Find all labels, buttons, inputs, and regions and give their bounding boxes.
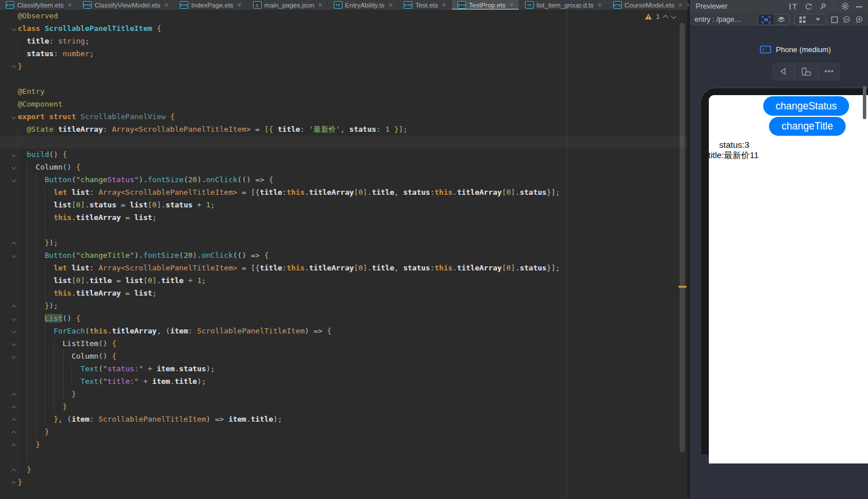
code-line[interactable]: Column() { (0, 161, 687, 174)
code-line[interactable]: @Observed (0, 10, 687, 22)
code-line[interactable]: } (0, 463, 687, 476)
code-line[interactable] (0, 136, 687, 148)
code-line[interactable] (0, 73, 687, 85)
fold-start-icon[interactable] (11, 341, 16, 346)
code-line[interactable]: @State titleArray: Array<ScrollablePanel… (0, 123, 687, 136)
tab-TestProp.ets[interactable]: ETSTestProp.ets× (452, 0, 519, 10)
tab-main_pages.json[interactable]: {}main_pages.json× (247, 0, 328, 10)
tab-close-icon[interactable]: × (388, 2, 392, 9)
fold-start-icon[interactable] (11, 115, 16, 119)
code-line[interactable]: title: string; (0, 35, 687, 48)
more-options-button[interactable]: ••• (818, 62, 841, 80)
code-line[interactable]: }); (0, 300, 687, 312)
code-line[interactable]: } (0, 388, 687, 400)
code-line[interactable]: export struct ScrollablePanelView { (0, 111, 687, 123)
tab-list_item_group.d.ts[interactable]: TSlist_item_group.d.ts× (519, 0, 607, 10)
inspect-eye-button[interactable] (758, 14, 774, 25)
code-line[interactable]: this.titleArray = list; (0, 211, 687, 224)
tab-ClassifyViewModel.ets[interactable]: ETSClassifyViewModel.ets× (77, 0, 174, 10)
code-line[interactable]: @Component (0, 98, 687, 111)
fold-end-icon[interactable] (11, 443, 16, 448)
pin-icon[interactable] (819, 3, 827, 10)
prev-warning-icon[interactable] (663, 14, 669, 20)
code-line[interactable]: build() { (0, 148, 687, 161)
code-editor[interactable]: @Observedclass ScrollablePanelTitleItem … (0, 10, 687, 499)
code-line[interactable]: ListItem() { (0, 337, 687, 350)
code-lines[interactable]: @Observedclass ScrollablePanelTitleItem … (0, 10, 687, 489)
code-line[interactable]: } (0, 438, 687, 451)
fold-end-icon[interactable] (11, 305, 16, 309)
fold-start-icon[interactable] (11, 329, 16, 333)
zoom-in-icon[interactable] (855, 15, 863, 23)
code-line[interactable]: let list: Array<ScrollablePanelTitleItem… (0, 186, 687, 199)
tab-close-icon[interactable]: × (238, 2, 242, 9)
code-line[interactable]: class ScrollablePanelTitleItem { (0, 22, 687, 35)
back-button[interactable] (772, 62, 794, 80)
device-label[interactable]: Phone (medium) (776, 45, 831, 54)
tab-close-icon[interactable]: × (598, 2, 602, 9)
code-line[interactable]: }, (item: ScrollablePanelTitleItem) => i… (0, 413, 687, 426)
components-dropdown-button[interactable] (810, 14, 826, 25)
tab-CourseModel.ets[interactable]: ETSCourseModel.ets× (607, 0, 688, 10)
tab-close-icon[interactable]: × (68, 2, 72, 9)
fold-end-icon[interactable] (11, 406, 16, 410)
zoom-out-icon[interactable] (843, 15, 851, 23)
fold-end-icon[interactable] (11, 431, 16, 435)
fold-start-icon[interactable] (11, 253, 16, 258)
next-warning-icon[interactable] (671, 13, 677, 19)
fold-end-icon[interactable] (11, 418, 16, 423)
previewer-scrollbar-thumb[interactable] (863, 86, 866, 119)
frame-icon[interactable] (831, 16, 838, 23)
fold-end-icon[interactable] (11, 393, 16, 398)
code-line[interactable]: List() { (0, 312, 687, 325)
code-line[interactable]: list[0].title = list[0].title + 1; (0, 274, 687, 287)
fold-start-icon[interactable] (11, 152, 16, 157)
code-line[interactable]: }); (0, 237, 687, 249)
tab-close-icon[interactable]: × (510, 2, 514, 9)
editor-scrollbar[interactable] (678, 10, 686, 499)
fold-end-icon[interactable] (11, 65, 16, 70)
text-cursor-icon[interactable] (789, 3, 798, 10)
code-line[interactable]: ForEach(this.titleArray, (item: Scrollab… (0, 325, 687, 337)
code-line[interactable]: } (0, 400, 687, 413)
code-line[interactable]: @Entry (0, 85, 687, 98)
components-button[interactable] (795, 14, 810, 25)
fold-start-icon[interactable] (11, 354, 16, 359)
code-line[interactable]: Button("changeStatus").fontSize(20).onCl… (0, 174, 687, 186)
tab-Test.ets[interactable]: ETSTest.ets× (398, 0, 452, 10)
code-line[interactable]: Column() { (0, 350, 687, 363)
tab-close-icon[interactable]: × (318, 2, 322, 9)
fold-end-icon[interactable] (11, 242, 16, 246)
code-line[interactable]: Text("title:" + item.title); (0, 375, 687, 388)
rotate-device-button[interactable] (794, 62, 817, 80)
code-line[interactable]: } (0, 476, 687, 489)
tab-close-icon[interactable]: × (164, 2, 168, 9)
code-line[interactable]: let list: Array<ScrollablePanelTitleItem… (0, 262, 687, 274)
tab-close-icon[interactable]: × (678, 2, 682, 9)
preview-page-selector[interactable]: entry : /page… (695, 15, 741, 23)
layers-view-button[interactable] (774, 14, 789, 25)
change-title-button[interactable]: changeTitle (769, 117, 846, 136)
tab-IndexPage.ets[interactable]: ETSIndexPage.ets× (174, 0, 247, 10)
fold-start-icon[interactable] (11, 165, 16, 170)
code-line[interactable]: Text("status:" + item.status); (0, 363, 687, 375)
change-status-button[interactable]: changeStatus (763, 96, 849, 116)
tab-ClassifyItem.ets[interactable]: ETSClassifyItem.ets× (0, 0, 77, 10)
fold-start-icon[interactable] (11, 316, 16, 321)
code-line[interactable]: this.titleArray = list; (0, 287, 687, 300)
tab-close-icon[interactable]: × (442, 2, 446, 9)
code-line[interactable] (0, 451, 687, 463)
code-line[interactable]: } (0, 426, 687, 438)
code-line[interactable] (0, 224, 687, 237)
fold-end-icon[interactable] (11, 469, 16, 473)
code-line[interactable]: } (0, 60, 687, 73)
code-line[interactable]: status: number; (0, 48, 687, 60)
code-line[interactable]: Button("changeTitle").fontSize(20).onCli… (0, 249, 687, 262)
hide-panel-icon[interactable] (856, 6, 862, 7)
fold-start-icon[interactable] (11, 26, 16, 31)
tab-EntryAbility.ts[interactable]: TSEntryAbility.ts× (328, 0, 399, 10)
settings-gear-icon[interactable] (841, 2, 849, 10)
fold-start-icon[interactable] (11, 178, 16, 182)
fold-end-icon[interactable] (11, 481, 16, 486)
code-line[interactable]: list[0].status = list[0].status + 1; (0, 199, 687, 211)
